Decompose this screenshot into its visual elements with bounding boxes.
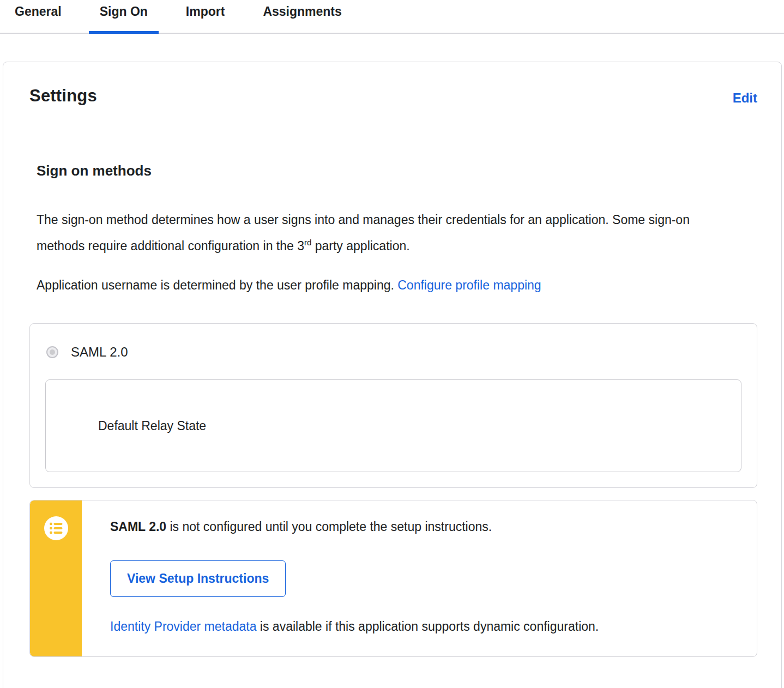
- default-relay-state-field: Default Relay State: [45, 379, 741, 472]
- description-superscript: rd: [304, 238, 311, 247]
- sign-on-methods-heading: Sign on methods: [37, 162, 757, 179]
- metadata-note-text: is available if this application support…: [256, 619, 599, 633]
- configure-profile-mapping-link[interactable]: Configure profile mapping: [397, 278, 541, 292]
- metadata-note: Identity Provider metadata is available …: [110, 618, 735, 635]
- page-title: Settings: [29, 86, 97, 106]
- tab-import[interactable]: Import: [175, 0, 236, 33]
- sign-on-method-description: The sign-on method determines how a user…: [37, 207, 707, 259]
- view-setup-instructions-button[interactable]: View Setup Instructions: [110, 560, 286, 597]
- settings-card: Settings Edit Sign on methods The sign-o…: [3, 62, 782, 688]
- callout-message-bold: SAML 2.0: [110, 520, 166, 534]
- saml-setup-callout: SAML 2.0 is not configured until you com…: [29, 500, 757, 657]
- tab-assignments[interactable]: Assignments: [252, 0, 352, 33]
- tab-general[interactable]: General: [4, 0, 73, 33]
- list-icon: [44, 516, 68, 540]
- identity-provider-metadata-link[interactable]: Identity Provider metadata: [110, 619, 256, 633]
- saml-radio-button[interactable]: [46, 346, 58, 358]
- callout-content: SAML 2.0 is not configured until you com…: [82, 500, 757, 656]
- saml-option-box: SAML 2.0 Default Relay State: [29, 323, 757, 488]
- callout-message: SAML 2.0 is not configured until you com…: [110, 518, 735, 535]
- saml-radio-label: SAML 2.0: [71, 345, 128, 360]
- saml-radio-row: SAML 2.0: [45, 339, 741, 362]
- settings-card-header: Settings Edit: [29, 86, 757, 106]
- callout-message-rest: is not configured until you complete the…: [166, 520, 492, 534]
- username-note: Application username is determined by th…: [37, 272, 707, 298]
- default-relay-state-label: Default Relay State: [98, 419, 206, 433]
- edit-link[interactable]: Edit: [733, 90, 757, 106]
- callout-warning-stripe: [30, 500, 82, 656]
- description-text-part2: party application.: [311, 239, 409, 253]
- radio-dot: [50, 349, 55, 355]
- tab-sign-on[interactable]: Sign On: [89, 0, 159, 33]
- username-note-text: Application username is determined by th…: [37, 278, 397, 292]
- sign-on-methods-section: Sign on methods The sign-on method deter…: [37, 162, 757, 298]
- app-tab-bar: General Sign On Import Assignments: [0, 0, 784, 34]
